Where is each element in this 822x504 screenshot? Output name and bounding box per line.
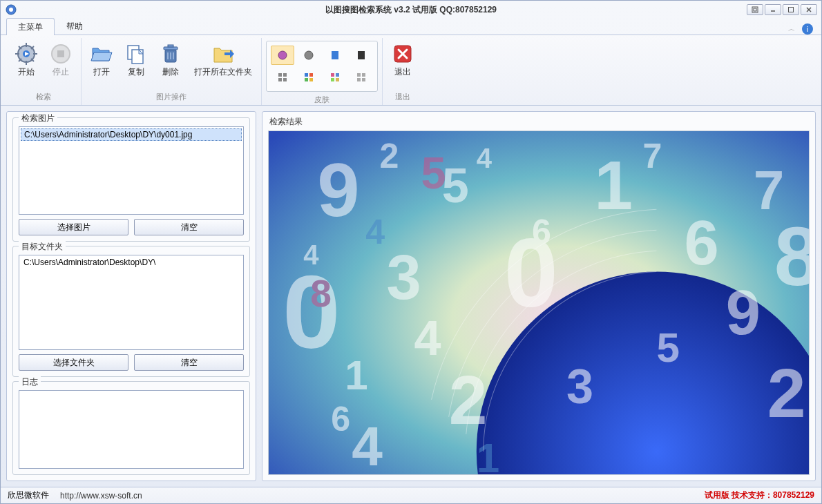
ribbon-group-image-ops: 打开 复制 删除 打开 xyxy=(82,38,262,105)
select-folder-button[interactable]: 选择文件夹 xyxy=(19,354,128,371)
svg-rect-45 xyxy=(331,78,334,81)
svg-rect-39 xyxy=(305,73,308,77)
folder-open-icon xyxy=(90,43,113,65)
window-title: 以图搜图检索系统 v3.2 试用版 QQ:807852129 xyxy=(325,4,497,16)
ribbon-group-exit: 退出 退出 xyxy=(383,38,423,105)
svg-text:4: 4 xyxy=(352,415,383,474)
skin-option-1[interactable] xyxy=(271,46,294,65)
skin-option-6[interactable] xyxy=(297,68,321,87)
svg-rect-43 xyxy=(331,73,334,77)
close-button[interactable] xyxy=(801,4,817,15)
open-button[interactable]: 打开 xyxy=(86,39,117,81)
website-link[interactable]: http://www.xsw-soft.cn xyxy=(60,491,142,501)
ribbon: 开始 停止 检索 打开 xyxy=(1,35,821,106)
fullscreen-button[interactable] xyxy=(747,4,763,15)
svg-text:7: 7 xyxy=(642,137,662,175)
svg-rect-40 xyxy=(309,73,313,77)
skin-option-4[interactable] xyxy=(350,46,373,65)
svg-rect-34 xyxy=(358,51,365,59)
start-button[interactable]: 开始 xyxy=(10,39,42,81)
app-icon xyxy=(5,3,17,16)
svg-rect-2 xyxy=(752,7,758,12)
svg-rect-42 xyxy=(309,78,313,81)
open-containing-folder-button[interactable]: 打开所在文件夹 xyxy=(189,39,257,81)
svg-text:4: 4 xyxy=(303,240,319,270)
svg-point-31 xyxy=(278,51,287,59)
svg-text:5: 5 xyxy=(421,148,446,198)
preview-image: 9 0 3 5 0 1 6 7 4 2 1 4 7 xyxy=(268,130,810,475)
svg-rect-41 xyxy=(305,78,308,81)
svg-point-1 xyxy=(9,8,13,12)
maximize-button[interactable] xyxy=(783,4,799,15)
titlebar: 以图搜图检索系统 v3.2 试用版 QQ:807852129 xyxy=(1,1,821,19)
svg-text:2: 2 xyxy=(767,354,806,432)
log-listbox[interactable] xyxy=(19,390,244,469)
tab-help[interactable]: 帮助 xyxy=(55,17,95,35)
clear-folder-button[interactable]: 清空 xyxy=(134,354,244,371)
list-item[interactable]: C:\Users\Administrator\Desktop\DY\ xyxy=(21,257,242,268)
svg-text:4: 4 xyxy=(414,311,441,365)
svg-rect-38 xyxy=(283,78,287,81)
svg-rect-44 xyxy=(336,73,339,77)
skin-option-2[interactable] xyxy=(297,46,321,65)
svg-rect-3 xyxy=(754,8,756,11)
clear-image-button[interactable]: 清空 xyxy=(134,219,244,235)
svg-rect-37 xyxy=(278,78,282,81)
stop-icon xyxy=(50,43,72,65)
collapse-ribbon-icon[interactable]: ︿ xyxy=(788,24,795,34)
results-label: 检索结果 xyxy=(262,112,815,130)
svg-rect-47 xyxy=(357,73,361,77)
skin-option-3[interactable] xyxy=(323,46,347,65)
svg-rect-33 xyxy=(332,51,338,59)
right-panel: 检索结果 xyxy=(262,111,816,481)
delete-button[interactable]: 删除 xyxy=(155,39,187,81)
svg-rect-36 xyxy=(283,73,287,77)
stop-button: 停止 xyxy=(45,39,77,81)
svg-rect-48 xyxy=(362,73,365,77)
company-label: 欣思微软件 xyxy=(8,490,49,501)
minimize-button[interactable] xyxy=(765,4,781,15)
gear-start-icon xyxy=(15,43,37,65)
svg-rect-50 xyxy=(362,78,365,81)
ribbon-tabbar: 主菜单 帮助 ︿ i xyxy=(1,19,821,35)
trial-label: 试用版 技术支持：807852129 xyxy=(705,490,814,501)
svg-text:3: 3 xyxy=(566,359,593,414)
skin-option-5[interactable] xyxy=(271,68,294,87)
skin-option-7[interactable] xyxy=(323,68,347,87)
copy-icon xyxy=(125,43,147,65)
exit-button[interactable]: 退出 xyxy=(387,39,419,81)
svg-text:6: 6 xyxy=(685,208,719,278)
svg-rect-35 xyxy=(278,73,282,77)
svg-text:5: 5 xyxy=(656,324,679,371)
svg-text:6: 6 xyxy=(331,400,350,438)
help-icon[interactable]: i xyxy=(802,23,813,35)
svg-text:2: 2 xyxy=(379,137,399,175)
skin-option-8[interactable] xyxy=(350,68,373,87)
copy-button[interactable]: 复制 xyxy=(120,39,152,81)
svg-text:3: 3 xyxy=(386,242,421,312)
tab-main[interactable]: 主菜单 xyxy=(6,18,55,35)
statusbar: 欣思微软件 http://www.xsw-soft.cn 试用版 技术支持：80… xyxy=(1,487,821,503)
skin-gallery xyxy=(266,41,378,92)
svg-rect-5 xyxy=(789,8,794,12)
main-window: 以图搜图检索系统 v3.2 试用版 QQ:807852129 主菜单 帮助 ︿ … xyxy=(0,0,822,504)
folder-arrow-icon xyxy=(212,43,234,65)
ribbon-group-skin: 皮肤 xyxy=(262,38,383,105)
target-folder-legend: 目标文件夹 xyxy=(19,241,66,253)
search-image-listbox[interactable]: C:\Users\Administrator\Desktop\DY\dy001.… xyxy=(19,126,244,215)
svg-text:8: 8 xyxy=(310,272,332,315)
log-legend: 日志 xyxy=(19,376,41,388)
target-folder-listbox[interactable]: C:\Users\Administrator\Desktop\DY\ xyxy=(19,255,244,350)
svg-text:9: 9 xyxy=(317,147,359,232)
svg-point-32 xyxy=(305,51,313,59)
search-image-group: 检索图片 C:\Users\Administrator\Desktop\DY\d… xyxy=(12,117,250,242)
svg-text:9: 9 xyxy=(726,278,761,347)
svg-rect-25 xyxy=(164,47,178,50)
svg-text:4: 4 xyxy=(365,213,385,251)
log-group: 日志 xyxy=(12,381,250,475)
ribbon-group-search: 开始 停止 检索 xyxy=(6,38,82,105)
svg-rect-46 xyxy=(336,78,339,81)
exit-close-icon xyxy=(392,43,414,65)
select-image-button[interactable]: 选择图片 xyxy=(19,219,128,235)
list-item[interactable]: C:\Users\Administrator\Desktop\DY\dy001.… xyxy=(21,128,242,141)
